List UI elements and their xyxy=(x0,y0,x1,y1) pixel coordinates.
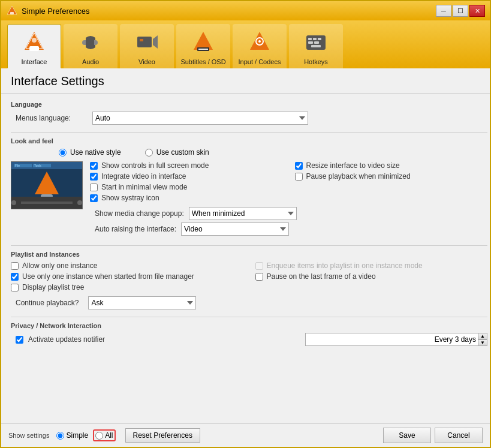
auto-raising-select[interactable]: Video Always Never xyxy=(181,223,289,236)
subtitles-tab-label: Subtitles / OSD xyxy=(180,58,225,65)
svg-point-5 xyxy=(32,38,37,43)
minimize-button[interactable]: ─ xyxy=(436,5,451,17)
svg-rect-20 xyxy=(314,41,319,44)
activate-updates-checkbox[interactable] xyxy=(16,336,23,344)
allow-one-instance-checkbox[interactable] xyxy=(11,262,19,270)
tab-subtitles[interactable]: Subtitles / OSD xyxy=(176,24,230,68)
show-media-popup-select[interactable]: When minimized Always Never xyxy=(189,207,297,220)
language-section: Language Menus language: Auto xyxy=(11,101,487,125)
audio-tab-icon xyxy=(76,28,105,57)
title-bar-controls: ─ ☐ ✕ xyxy=(436,5,485,17)
spinbox-down-button[interactable]: ▼ xyxy=(478,339,487,346)
simple-radio[interactable] xyxy=(56,432,64,440)
integrate-video-row: Integrate video in interface xyxy=(90,172,283,181)
checkboxes-area: Show controls in full screen mode Integr… xyxy=(90,161,487,238)
pause-last-frame-checkbox[interactable] xyxy=(255,273,263,281)
tab-video[interactable]: Video xyxy=(120,24,174,68)
show-systray-checkbox[interactable] xyxy=(90,194,98,202)
look-feel-content: File Tools xyxy=(11,161,487,238)
playlist-section-title: Playlist and Instances xyxy=(11,251,487,258)
svg-marker-7 xyxy=(153,35,158,49)
start-minimal-label[interactable]: Start in minimal view mode xyxy=(101,183,187,191)
playlist-section: Playlist and Instances Allow only one in… xyxy=(11,251,487,309)
show-systray-label[interactable]: Show systray icon xyxy=(101,194,159,202)
custom-skin-option[interactable]: Use custom skin xyxy=(145,148,209,157)
show-controls-label[interactable]: Show controls in full screen mode xyxy=(101,161,209,170)
menus-language-row: Menus language: Auto xyxy=(11,112,487,125)
close-button[interactable]: ✕ xyxy=(469,5,485,17)
show-media-popup-row: Show media change popup: When minimized … xyxy=(90,207,487,220)
enqueue-label[interactable]: Enqueue items into playlist in one insta… xyxy=(267,261,423,270)
restore-button[interactable]: ☐ xyxy=(453,5,468,17)
updates-frequency-input[interactable] xyxy=(305,333,479,346)
reset-preferences-button[interactable]: Reset Preferences xyxy=(125,428,200,443)
privacy-section: Privacy / Network Interaction Activate u… xyxy=(11,322,487,346)
resize-interface-checkbox[interactable] xyxy=(295,162,303,170)
svg-rect-4 xyxy=(29,46,39,51)
pause-minimized-checkbox[interactable] xyxy=(295,173,303,181)
enqueue-checkbox[interactable] xyxy=(255,262,263,270)
allow-one-instance-label[interactable]: Allow only one instance xyxy=(22,261,97,270)
enqueue-row: Enqueue items into playlist in one insta… xyxy=(255,261,488,270)
start-minimal-checkbox[interactable] xyxy=(90,184,98,191)
native-style-radio[interactable] xyxy=(59,149,67,157)
resize-interface-label[interactable]: Resize interface to video size xyxy=(306,161,400,170)
continue-playback-row: Continue playback? Ask Always Never xyxy=(11,296,487,309)
save-button[interactable]: Save xyxy=(383,428,431,443)
svg-rect-17 xyxy=(313,38,317,40)
svg-point-14 xyxy=(258,40,261,43)
window-title: Simple Preferences xyxy=(22,7,89,16)
hotkeys-tab-icon xyxy=(302,28,330,57)
tab-input[interactable]: Input / Codecs xyxy=(233,24,287,68)
auto-raising-row: Auto raising the interface: Video Always… xyxy=(90,223,487,236)
page-title: Interface Settings xyxy=(1,68,490,94)
cancel-button[interactable]: Cancel xyxy=(435,428,483,443)
integrate-video-label[interactable]: Integrate video in interface xyxy=(101,172,186,181)
display-playlist-tree-row: Display playlist tree xyxy=(11,283,243,291)
playlist-left: Allow only one instance Use only one ins… xyxy=(11,261,243,294)
menus-language-label: Menus language: xyxy=(16,114,88,122)
use-one-instance-label[interactable]: Use only one instance when started from … xyxy=(22,272,194,281)
continue-playback-select[interactable]: Ask Always Never xyxy=(88,296,196,309)
scrollable-content[interactable]: Language Menus language: Auto Look and f… xyxy=(1,94,490,423)
use-one-instance-checkbox[interactable] xyxy=(11,273,19,281)
native-style-option[interactable]: Use native style xyxy=(59,148,121,157)
tab-hotkeys[interactable]: Hotkeys xyxy=(289,24,343,68)
look-feel-section-title: Look and feel xyxy=(11,137,487,145)
custom-skin-label: Use custom skin xyxy=(156,148,209,157)
main-window: Simple Preferences ─ ☐ ✕ Interface xyxy=(0,0,491,448)
simple-radio-option[interactable]: Simple xyxy=(56,431,88,440)
svg-rect-18 xyxy=(318,38,321,40)
content-area: Interface Settings Language Menus langua… xyxy=(1,68,490,447)
start-minimal-row: Start in minimal view mode xyxy=(90,183,283,191)
vlc-logo-icon xyxy=(6,5,18,17)
pause-minimized-label[interactable]: Pause playback when minimized xyxy=(306,172,411,181)
activate-updates-label[interactable]: Activate updates notifier xyxy=(28,335,300,344)
title-bar: Simple Preferences ─ ☐ ✕ xyxy=(1,1,490,20)
playlist-right: Enqueue items into playlist in one insta… xyxy=(255,261,488,294)
updates-frequency-spinbox: ▲ ▼ xyxy=(305,333,487,346)
svg-rect-19 xyxy=(308,41,313,44)
tab-audio[interactable]: Audio xyxy=(64,24,118,68)
integrate-video-checkbox[interactable] xyxy=(90,173,98,181)
spinbox-up-button[interactable]: ▲ xyxy=(478,333,487,339)
interface-tab-icon xyxy=(20,28,49,57)
subtitles-tab-icon xyxy=(189,28,218,57)
show-controls-checkbox[interactable] xyxy=(90,162,98,170)
svg-rect-16 xyxy=(308,38,312,40)
tab-interface[interactable]: Interface xyxy=(7,24,61,68)
input-tab-icon xyxy=(245,28,274,57)
video-tab-label: Video xyxy=(138,58,155,65)
display-playlist-tree-checkbox[interactable] xyxy=(11,284,19,291)
interface-tab-label: Interface xyxy=(22,58,47,65)
display-playlist-tree-label[interactable]: Display playlist tree xyxy=(22,283,84,291)
style-radio-row: Use native style Use custom skin xyxy=(11,148,487,157)
custom-skin-radio[interactable] xyxy=(145,149,153,157)
all-radio-option[interactable]: All xyxy=(93,429,115,441)
all-radio[interactable] xyxy=(95,432,103,440)
menus-language-select[interactable]: Auto xyxy=(92,112,308,125)
pause-last-frame-label[interactable]: Pause on the last frame of a video xyxy=(267,272,376,281)
show-media-popup-label: Show media change popup: xyxy=(95,209,184,218)
checks-left-col: Show controls in full screen mode Integr… xyxy=(90,161,283,205)
privacy-section-title: Privacy / Network Interaction xyxy=(11,322,487,329)
